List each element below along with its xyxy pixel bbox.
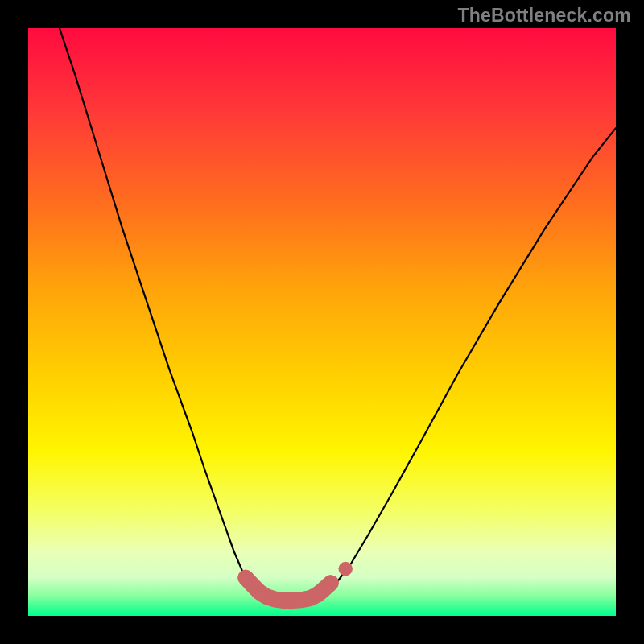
chart-frame: TheBottleneck.com	[0, 0, 644, 644]
watermark-text: TheBottleneck.com	[457, 5, 631, 27]
bottleneck-curve	[58, 28, 617, 601]
curve-layer	[28, 28, 616, 616]
plot-area	[28, 28, 616, 616]
valley-highlight	[246, 578, 331, 601]
valley-dot	[338, 562, 353, 576]
